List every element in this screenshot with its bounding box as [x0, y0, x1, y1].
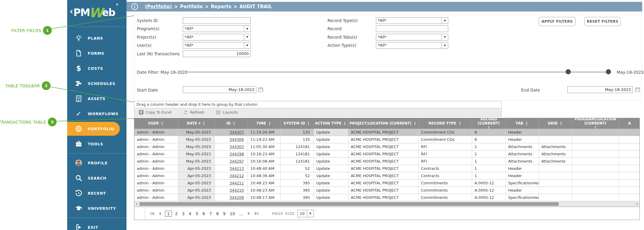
column-header-a[interactable]: A	[619, 118, 639, 129]
chevron-down-icon[interactable]: ▼	[442, 42, 448, 48]
record-id-link[interactable]: 344211	[229, 181, 244, 185]
record-id-link[interactable]: 344212	[229, 173, 244, 178]
calendar-icon[interactable]	[635, 87, 640, 92]
record-id-link[interactable]: 344303	[229, 144, 244, 149]
apply-filters-button[interactable]: APPLY FILTERS	[539, 17, 576, 26]
record-id-link[interactable]: 344298	[229, 152, 244, 156]
column-menu-icon[interactable]: ⋮	[458, 121, 462, 125]
page-size-select[interactable]: 10 ▼	[297, 210, 314, 217]
toolbar-button-refresh[interactable]: Refresh	[183, 110, 204, 115]
reset-filters-button[interactable]: RESET FILTERS	[584, 17, 621, 26]
date-slider-handle-end[interactable]	[606, 69, 611, 74]
scrollbar-track[interactable]	[139, 202, 635, 206]
record-id-link[interactable]: 344213	[229, 166, 244, 171]
last-page-button[interactable]	[254, 211, 259, 216]
sidebar-item-assets[interactable]: ASSETS	[67, 91, 126, 106]
column-menu-icon[interactable]: ⋮	[268, 121, 272, 125]
scroll-left-arrow[interactable]	[134, 201, 139, 207]
end-date-input[interactable]	[567, 86, 633, 93]
program-s-select[interactable]: *All*▼	[183, 25, 251, 32]
record-id-link[interactable]: 344297	[229, 159, 244, 164]
record-type-s-select[interactable]: *All*▼	[376, 17, 448, 24]
date-slider-track[interactable]	[183, 71, 609, 73]
column-menu-icon[interactable]: ⋮	[160, 121, 164, 125]
sidebar-collapse-icon[interactable]: ‹	[70, 7, 73, 16]
page-number-2[interactable]: 2	[174, 211, 179, 216]
chevron-down-icon[interactable]: ▼	[442, 18, 448, 24]
table-row[interactable]: admin - AdminApr-05-202334421110:48:23 A…	[134, 180, 639, 187]
column-menu-icon[interactable]: ⋮	[487, 126, 491, 129]
table-row[interactable]: admin - AdminApr-05-202334421010:48:23 A…	[134, 187, 639, 194]
info-icon[interactable]	[131, 3, 138, 10]
column-menu-icon[interactable]: ⋮	[559, 121, 563, 125]
system-id-input[interactable]	[183, 17, 251, 24]
scroll-right-arrow[interactable]	[635, 201, 639, 207]
column-header-id[interactable]: ID⋮	[215, 118, 248, 129]
app-logo[interactable]: ‹ PM W eb ®	[67, 0, 126, 25]
column-menu-icon[interactable]: ⋮	[343, 121, 347, 125]
table-row[interactable]: admin - AdminApr-05-202334421310:48:40 A…	[134, 165, 639, 172]
sidebar-item-university[interactable]: UNIVERSITY	[67, 201, 126, 216]
sidebar-item-search[interactable]: SEARCH	[67, 170, 126, 186]
column-header-tab[interactable]: TAB⋮	[506, 118, 539, 129]
record-id-link[interactable]: 344209	[229, 195, 244, 200]
column-menu-icon[interactable]: ⋮	[232, 121, 236, 125]
table-row[interactable]: admin - AdminMay-05-202334429710:16:08 A…	[134, 158, 639, 165]
column-header-date[interactable]: DATE▼⋮	[178, 118, 215, 129]
scrollbar-thumb[interactable]	[140, 202, 559, 206]
sidebar-item-plans[interactable]: PLANS	[67, 31, 126, 46]
page-number-5[interactable]: 5	[195, 211, 199, 216]
breadcrumb-segment-portfolio[interactable]: (Portfolio)	[145, 4, 172, 9]
column-header-user[interactable]: USER⋮	[134, 118, 178, 129]
sidebar-item-portfolio[interactable]: PORTFOLIO	[67, 122, 120, 136]
table-row[interactable]: admin - AdminApr-05-202334420910:48:17 A…	[134, 194, 639, 201]
sidebar-item-schedules[interactable]: SCHEDULES	[67, 76, 126, 91]
chevron-down-icon[interactable]: ▼	[307, 210, 314, 217]
record-tabs-s-select[interactable]: *All*▼	[376, 34, 448, 40]
column-header-record-type[interactable]: RECORD TYPE⋮	[419, 118, 472, 129]
page-number-4[interactable]: 4	[188, 211, 192, 216]
last-n-transactions-input[interactable]	[183, 50, 251, 57]
page-number-9[interactable]: 9	[222, 211, 227, 216]
record-id-link[interactable]: 344307	[229, 130, 244, 134]
sidebar-item-profile[interactable]: PROFILE	[67, 155, 126, 170]
group-by-drop-zone[interactable]: Drag a column header and drop it here to…	[134, 101, 502, 108]
record-input[interactable]	[376, 25, 448, 32]
column-menu-icon[interactable]: ⋮	[202, 121, 206, 125]
date-slider-handle-start[interactable]	[566, 69, 571, 74]
column-menu-icon[interactable]: ⋮	[593, 126, 597, 129]
chevron-down-icon[interactable]: ▼	[244, 34, 250, 40]
page-number-10[interactable]: 10	[229, 211, 236, 216]
page-number-6[interactable]: 6	[202, 211, 206, 216]
toolbar-button-copy-to-excel[interactable]: XCopy To Excel	[139, 110, 172, 115]
sidebar-item-costs[interactable]: $COSTS	[67, 61, 126, 76]
start-date-input[interactable]	[183, 86, 256, 93]
chevron-down-icon[interactable]: ▼	[442, 34, 448, 40]
column-header-record-current[interactable]: RECORD (CURRENT)⋮	[472, 118, 506, 129]
page-number-1[interactable]: 1	[165, 211, 172, 217]
column-header-grid[interactable]: GRID⋮	[539, 118, 572, 129]
toolbar-button-layouts[interactable]: Layouts	[216, 110, 238, 115]
column-header-time[interactable]: TIME⋮	[248, 118, 281, 129]
table-row[interactable]: admin - AdminMay-05-202334429810:16:23 A…	[134, 151, 639, 158]
record-id-link[interactable]: 344306	[229, 137, 244, 142]
column-menu-icon[interactable]: ⋮	[307, 121, 310, 125]
action-type-s-select[interactable]: *All*▼	[376, 42, 448, 49]
column-header-program-location-current[interactable]: PROGRAM/LOCATION (CURRENT)⋮	[572, 118, 619, 129]
column-header-system-id[interactable]: SYSTEM ID⋮	[281, 118, 314, 129]
page-number-3[interactable]: 3	[181, 211, 186, 216]
table-row[interactable]: admin - AdminMay-05-202334430311:05:30 A…	[134, 143, 639, 151]
first-page-button[interactable]	[150, 211, 155, 216]
user-s-select[interactable]: *All*▼	[183, 42, 251, 49]
table-row[interactable]: admin - AdminApr-05-202334421210:48:36 A…	[134, 172, 639, 180]
page-number-7[interactable]: 7	[209, 211, 213, 216]
horizontal-scrollbar[interactable]	[134, 201, 639, 207]
calendar-icon[interactable]	[258, 87, 264, 92]
sidebar-item-tools[interactable]: TOOLS	[67, 136, 126, 151]
page-number-8[interactable]: 8	[215, 211, 220, 216]
prev-page-button[interactable]	[157, 211, 163, 216]
chevron-down-icon[interactable]: ▼	[244, 26, 250, 32]
project-s-select[interactable]: *All*▼	[183, 34, 251, 40]
sidebar-item-recent[interactable]: RECENT	[67, 186, 126, 201]
column-header-project-location-current[interactable]: PROJECT/LOCATION (CURRENT)⋮	[348, 118, 419, 129]
